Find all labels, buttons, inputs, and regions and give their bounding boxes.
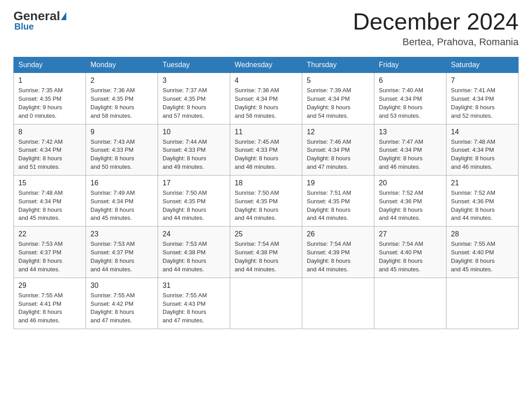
header-monday: Monday [86, 57, 158, 73]
calendar-cell: 3Sunrise: 7:37 AMSunset: 4:35 PMDaylight… [158, 73, 230, 124]
day-number: 9 [90, 128, 153, 136]
day-info: Sunrise: 7:49 AMSunset: 4:34 PMDaylight:… [90, 189, 153, 223]
calendar-cell: 7Sunrise: 7:41 AMSunset: 4:34 PMDaylight… [446, 73, 519, 124]
day-info: Sunrise: 7:40 AMSunset: 4:34 PMDaylight:… [379, 86, 442, 120]
day-info: Sunrise: 7:51 AMSunset: 4:35 PMDaylight:… [307, 189, 369, 223]
day-number: 5 [307, 77, 369, 85]
day-number: 20 [379, 179, 442, 187]
day-number: 2 [90, 77, 153, 85]
day-info: Sunrise: 7:47 AMSunset: 4:34 PMDaylight:… [379, 138, 442, 171]
header-wednesday: Wednesday [230, 57, 302, 73]
day-info: Sunrise: 7:54 AMSunset: 4:39 PMDaylight:… [307, 240, 369, 274]
day-info: Sunrise: 7:44 AMSunset: 4:33 PMDaylight:… [163, 138, 225, 171]
day-info: Sunrise: 7:38 AMSunset: 4:34 PMDaylight:… [235, 86, 297, 120]
day-number: 24 [163, 230, 225, 238]
calendar-week-row: 22Sunrise: 7:53 AMSunset: 4:37 PMDayligh… [14, 227, 519, 278]
day-number: 30 [90, 282, 153, 290]
day-number: 12 [307, 128, 369, 136]
calendar-cell: 14Sunrise: 7:48 AMSunset: 4:34 PMDayligh… [446, 124, 519, 175]
calendar-cell [302, 278, 374, 329]
day-number: 4 [235, 77, 297, 85]
calendar-cell: 29Sunrise: 7:55 AMSunset: 4:41 PMDayligh… [14, 278, 86, 329]
day-info: Sunrise: 7:36 AMSunset: 4:35 PMDaylight:… [90, 86, 153, 120]
calendar-header-row: SundayMondayTuesdayWednesdayThursdayFrid… [14, 57, 519, 73]
day-info: Sunrise: 7:52 AMSunset: 4:36 PMDaylight:… [379, 189, 442, 223]
day-info: Sunrise: 7:55 AMSunset: 4:43 PMDaylight:… [163, 291, 225, 325]
day-info: Sunrise: 7:53 AMSunset: 4:37 PMDaylight:… [90, 240, 153, 274]
day-number: 1 [18, 77, 81, 85]
calendar-cell: 2Sunrise: 7:36 AMSunset: 4:35 PMDaylight… [86, 73, 158, 124]
calendar-cell: 28Sunrise: 7:55 AMSunset: 4:40 PMDayligh… [446, 227, 519, 278]
day-number: 31 [163, 282, 225, 290]
calendar-cell: 1Sunrise: 7:35 AMSunset: 4:35 PMDaylight… [14, 73, 86, 124]
day-info: Sunrise: 7:55 AMSunset: 4:41 PMDaylight:… [18, 291, 81, 325]
day-number: 10 [163, 128, 225, 136]
calendar-cell: 25Sunrise: 7:54 AMSunset: 4:38 PMDayligh… [230, 227, 302, 278]
calendar-week-row: 15Sunrise: 7:48 AMSunset: 4:34 PMDayligh… [14, 175, 519, 226]
day-info: Sunrise: 7:45 AMSunset: 4:33 PMDaylight:… [235, 138, 297, 171]
calendar-week-row: 29Sunrise: 7:55 AMSunset: 4:41 PMDayligh… [14, 278, 519, 329]
day-info: Sunrise: 7:54 AMSunset: 4:40 PMDaylight:… [379, 240, 442, 274]
day-number: 19 [307, 179, 369, 187]
day-number: 16 [90, 179, 153, 187]
header-saturday: Saturday [446, 57, 519, 73]
day-number: 17 [163, 179, 225, 187]
day-info: Sunrise: 7:46 AMSunset: 4:34 PMDaylight:… [307, 138, 369, 171]
day-info: Sunrise: 7:50 AMSunset: 4:35 PMDaylight:… [163, 189, 225, 223]
calendar-cell: 17Sunrise: 7:50 AMSunset: 4:35 PMDayligh… [158, 175, 230, 226]
calendar-cell: 5Sunrise: 7:39 AMSunset: 4:34 PMDaylight… [302, 73, 374, 124]
logo-blue-text: Blue [14, 21, 34, 32]
day-info: Sunrise: 7:39 AMSunset: 4:34 PMDaylight:… [307, 86, 369, 120]
calendar-cell: 15Sunrise: 7:48 AMSunset: 4:34 PMDayligh… [14, 175, 86, 226]
calendar-cell: 18Sunrise: 7:50 AMSunset: 4:35 PMDayligh… [230, 175, 302, 226]
day-number: 15 [18, 179, 81, 187]
day-info: Sunrise: 7:52 AMSunset: 4:36 PMDaylight:… [451, 189, 514, 223]
day-number: 29 [18, 282, 81, 290]
day-info: Sunrise: 7:53 AMSunset: 4:37 PMDaylight:… [18, 240, 81, 274]
calendar-cell: 19Sunrise: 7:51 AMSunset: 4:35 PMDayligh… [302, 175, 374, 226]
day-number: 11 [235, 128, 297, 136]
calendar-cell [374, 278, 446, 329]
day-number: 27 [379, 230, 442, 238]
day-info: Sunrise: 7:43 AMSunset: 4:33 PMDaylight:… [90, 138, 153, 171]
day-number: 23 [90, 230, 153, 238]
day-info: Sunrise: 7:50 AMSunset: 4:35 PMDaylight:… [235, 189, 297, 223]
calendar-cell: 22Sunrise: 7:53 AMSunset: 4:37 PMDayligh… [14, 227, 86, 278]
calendar-cell [230, 278, 302, 329]
calendar-cell: 24Sunrise: 7:53 AMSunset: 4:38 PMDayligh… [158, 227, 230, 278]
day-info: Sunrise: 7:53 AMSunset: 4:38 PMDaylight:… [163, 240, 225, 274]
calendar-cell: 30Sunrise: 7:55 AMSunset: 4:42 PMDayligh… [86, 278, 158, 329]
page-header: General Blue December 2024 Bertea, Praho… [13, 9, 519, 48]
day-number: 14 [451, 128, 514, 136]
header-thursday: Thursday [302, 57, 374, 73]
location-label: Bertea, Prahova, Romania [353, 36, 519, 48]
day-number: 28 [451, 230, 514, 238]
day-number: 7 [451, 77, 514, 85]
calendar-cell: 12Sunrise: 7:46 AMSunset: 4:34 PMDayligh… [302, 124, 374, 175]
header-sunday: Sunday [14, 57, 86, 73]
calendar-cell: 6Sunrise: 7:40 AMSunset: 4:34 PMDaylight… [374, 73, 446, 124]
day-info: Sunrise: 7:55 AMSunset: 4:42 PMDaylight:… [90, 291, 153, 325]
title-section: December 2024 Bertea, Prahova, Romania [353, 9, 519, 48]
calendar-week-row: 8Sunrise: 7:42 AMSunset: 4:34 PMDaylight… [14, 124, 519, 175]
day-number: 25 [235, 230, 297, 238]
header-friday: Friday [374, 57, 446, 73]
day-info: Sunrise: 7:41 AMSunset: 4:34 PMDaylight:… [451, 86, 514, 120]
day-info: Sunrise: 7:37 AMSunset: 4:35 PMDaylight:… [163, 86, 225, 120]
calendar-cell: 23Sunrise: 7:53 AMSunset: 4:37 PMDayligh… [86, 227, 158, 278]
calendar-cell: 16Sunrise: 7:49 AMSunset: 4:34 PMDayligh… [86, 175, 158, 226]
day-info: Sunrise: 7:35 AMSunset: 4:35 PMDaylight:… [18, 86, 81, 120]
calendar-cell [446, 278, 519, 329]
calendar-cell: 10Sunrise: 7:44 AMSunset: 4:33 PMDayligh… [158, 124, 230, 175]
logo-triangle-icon [61, 12, 66, 20]
day-number: 8 [18, 128, 81, 136]
day-info: Sunrise: 7:42 AMSunset: 4:34 PMDaylight:… [18, 138, 81, 171]
month-title: December 2024 [353, 9, 519, 34]
header-tuesday: Tuesday [158, 57, 230, 73]
calendar-cell: 13Sunrise: 7:47 AMSunset: 4:34 PMDayligh… [374, 124, 446, 175]
calendar-week-row: 1Sunrise: 7:35 AMSunset: 4:35 PMDaylight… [14, 73, 519, 124]
calendar-cell: 26Sunrise: 7:54 AMSunset: 4:39 PMDayligh… [302, 227, 374, 278]
logo: General Blue [13, 9, 67, 32]
calendar-cell: 4Sunrise: 7:38 AMSunset: 4:34 PMDaylight… [230, 73, 302, 124]
day-number: 13 [379, 128, 442, 136]
